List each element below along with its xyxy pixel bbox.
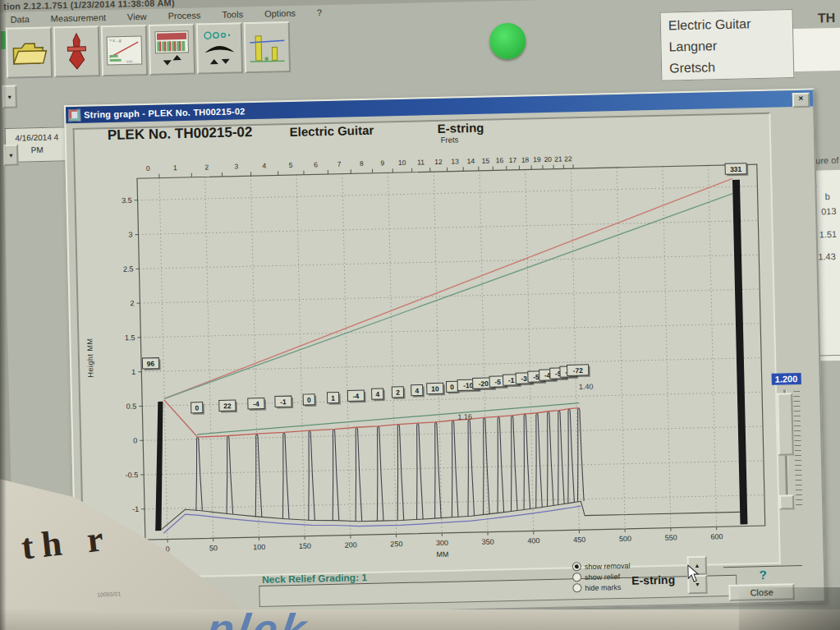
menu-options[interactable]: Options [264,8,296,19]
radio-icon [572,562,581,571]
fret-profile [576,407,584,501]
side-value: 013 [821,206,837,216]
string-height-line [159,178,737,398]
x-tick-label: 500 [619,535,631,543]
fret-number: 13 [451,157,459,165]
fret-number: 5 [289,161,293,169]
fret-profile [306,430,314,521]
menu-measurement[interactable]: Measurement [51,12,107,24]
x-tick-label: 100 [253,543,265,551]
y-tick-label: 0.5 [126,402,137,411]
fret-graph-button[interactable] [149,24,195,76]
y-tick-label: 1.5 [125,333,135,342]
string-graph-window: String graph - PLEK No. TH00215-02 × PLE… [64,89,826,620]
fret-profile [433,422,441,518]
measure-button[interactable] [53,25,100,77]
fret-profile [354,427,362,522]
x-tick-label: 50 [209,544,218,552]
fret-number: 0 [146,164,150,172]
fret-number: 9 [380,159,384,167]
list-item[interactable]: Gretsch [669,55,794,79]
x-tick-label: 300 [436,539,448,547]
gridline-v [205,177,213,538]
gridline-v [296,175,305,536]
removal-mark-text: 1 [331,394,335,402]
bar-chart-button[interactable] [244,21,291,73]
corner-text: TH [818,11,836,25]
nut-height-label-text: 96 [147,360,155,368]
removal-mark-text: 0 [450,383,454,391]
serial-number: 10055/01 [97,591,122,598]
removal-mark-text: 0 [195,404,199,412]
fret-number: 12 [434,158,443,166]
fret-graph-icon [153,29,191,71]
close-icon[interactable]: × [792,93,810,108]
gridline-h [139,255,759,269]
y-tick-label: 2.5 [123,264,134,273]
removal-mark-text: -4 [353,392,360,400]
menu-data[interactable]: Data [10,14,30,25]
y-tick-label: 1 [131,368,135,376]
x-tick-label: 600 [710,532,723,540]
svg-text:≈ s…g: ≈ s…g [109,38,122,43]
fret-profile [495,416,503,513]
list-item[interactable]: Langner [668,34,793,57]
gridline-v [388,172,397,534]
gridline-v [709,165,717,527]
gridline-v [250,176,259,537]
removal-mark-text: 0 [307,396,311,404]
fret-number: 19 [533,155,541,163]
gridline-h [144,461,764,475]
fret-number: 1 [173,163,177,172]
string-graph-svg: 012345678910111213141516171819202122Fret… [91,124,783,575]
action-label: 1.16 [457,412,472,421]
list-item[interactable]: Electric Guitar [668,12,793,36]
fret-profile [375,426,383,521]
fret-number: 14 [466,157,475,165]
radio-show-relief[interactable]: show relief [572,572,631,582]
display-mode-radios: show removal show relief hide marks [572,561,631,595]
menu-help[interactable]: ? [317,7,322,17]
instrument-listbox: Electric Guitar Langner Gretsch [660,9,795,81]
open-file-button[interactable] [6,27,53,79]
gridline-h [139,220,759,234]
fret-profile [556,411,564,505]
radio-show-removal[interactable]: show removal [572,561,631,572]
menu-tools[interactable]: Tools [222,9,243,20]
scale-value-badge: 1.200 [772,373,801,385]
fret-profile [566,409,574,504]
fret-number: 17 [509,156,517,164]
measure-tool-icon [57,31,96,71]
bezel-strip: plek [0,609,840,630]
fret-profile [509,416,517,511]
fret-number: 10 [398,159,406,167]
side-value: 1.43 [818,251,836,261]
removal-mark-text: 2 [396,389,400,397]
removal-mark-text: 4 [415,387,419,395]
side-value: b [825,191,830,201]
fret-number: 16 [496,156,504,164]
menu-view[interactable]: View [127,11,147,22]
removal-mark-text: 10 [431,384,439,393]
fret-profile [545,412,553,506]
mouse-cursor [687,564,700,582]
scale-slider-thumb[interactable] [777,393,794,455]
scale-slider-foot[interactable] [779,494,794,509]
close-button[interactable]: Close [728,583,794,601]
plek-logo: plek [204,609,313,630]
y-tick-label: 0 [133,436,137,444]
x-tick-label: 550 [665,533,677,541]
menu-process[interactable]: Process [168,10,201,21]
string-selector-label: E-string [631,573,675,587]
fret-number: 8 [360,159,364,168]
fret-number: 6 [314,160,318,168]
fret-number: 4 [262,162,266,170]
help-button[interactable]: ? [723,565,802,584]
gridline-h [143,426,763,440]
action-label: 1.40 [579,383,594,391]
radio-hide-marks[interactable]: hide marks [572,582,631,593]
string-graph-button[interactable]: ≈ s…g · min … [101,25,148,76]
fret-dress-button[interactable] [196,22,243,74]
photo-shadow-left [0,0,7,630]
radio-icon [572,573,581,582]
